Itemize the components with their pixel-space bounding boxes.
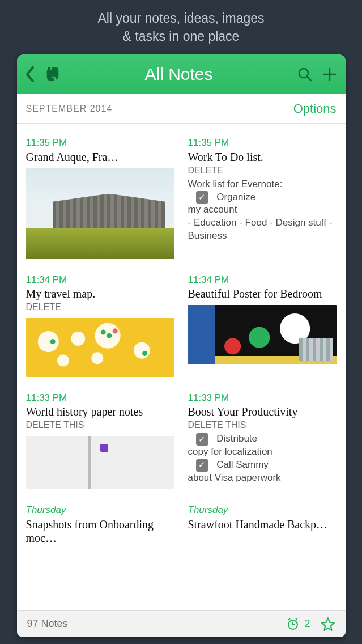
- reminders-button[interactable]: 2: [286, 617, 310, 631]
- note-card[interactable]: 11:34 PM Beautiful Poster for Bedroom: [188, 269, 337, 383]
- note-title: Beautiful Poster for Bedroom: [188, 287, 337, 300]
- note-title: My travel map.: [26, 287, 174, 300]
- note-card[interactable]: Thursday Snapshots from Onboarding moc…: [26, 499, 174, 550]
- note-card[interactable]: 11:33 PM Boost Your Productivity DELETE …: [188, 387, 337, 495]
- note-thumbnail: [26, 318, 174, 377]
- note-body: ✓ Distribute copy for localization ✓ Cal…: [188, 433, 337, 485]
- star-icon[interactable]: [321, 617, 335, 632]
- note-body-text: my account - Education - Food - Design s…: [188, 204, 333, 241]
- note-card[interactable]: 11:34 PM My travel map. DELETE: [26, 269, 174, 383]
- note-time: 11:34 PM: [26, 274, 174, 286]
- note-title: Boost Your Productivity: [188, 405, 337, 418]
- note-check-text: Distribute: [216, 433, 257, 444]
- note-card[interactable]: Thursday Strawfoot Handmade Backp…: [188, 499, 337, 550]
- note-thumbnail: [26, 168, 174, 259]
- bottom-bar: 97 Notes 2: [17, 610, 346, 637]
- note-title: Strawfoot Handmade Backp…: [188, 518, 337, 531]
- note-body-text: copy for localization: [188, 446, 272, 457]
- evernote-logo-icon[interactable]: [44, 66, 61, 83]
- note-body-text: about Visa paperwork: [188, 472, 281, 483]
- back-icon[interactable]: [25, 66, 35, 82]
- svg-line-1: [307, 77, 311, 80]
- note-time: 11:35 PM: [26, 137, 174, 149]
- note-time: Thursday: [188, 505, 337, 516]
- note-subtitle: DELETE THIS: [188, 420, 337, 431]
- top-bar: All Notes: [17, 54, 346, 94]
- checkbox-icon: ✓: [196, 191, 208, 204]
- note-card[interactable]: 11:35 PM Work To Do list. DELETE Work li…: [188, 132, 337, 265]
- note-check-text: Organize: [216, 192, 255, 202]
- note-body: Work list for Evernote: ✓ Organize my ac…: [188, 178, 337, 243]
- note-title: Snapshots from Onboarding moc…: [26, 518, 174, 545]
- reminders-count: 2: [304, 618, 310, 630]
- add-icon[interactable]: [322, 66, 338, 82]
- note-subtitle: DELETE THIS: [26, 420, 174, 431]
- note-time: 11:33 PM: [26, 392, 174, 404]
- tagline-line1: All your notes, ideas, images: [97, 9, 264, 27]
- note-title: Work To Do list.: [188, 150, 337, 164]
- note-count: 97 Notes: [27, 618, 68, 630]
- note-time: 11:35 PM: [188, 137, 337, 149]
- note-card[interactable]: 11:33 PM World history paper notes DELET…: [26, 387, 174, 495]
- note-subtitle: DELETE: [188, 165, 337, 177]
- note-title: World history paper notes: [26, 405, 174, 418]
- sub-header: SEPTEMBER 2014 Options: [17, 94, 346, 124]
- checkbox-icon: ✓: [196, 433, 208, 446]
- month-label: SEPTEMBER 2014: [26, 104, 113, 114]
- svg-line-7: [288, 618, 290, 620]
- page-title: All Notes: [61, 65, 297, 84]
- alarm-icon: [286, 617, 300, 631]
- promo-tagline: All your notes, ideas, images & tasks in…: [97, 0, 264, 54]
- note-body-text: Work list for Evernote:: [188, 179, 283, 189]
- checkbox-icon: ✓: [196, 459, 208, 472]
- svg-line-8: [296, 618, 297, 620]
- note-card[interactable]: 11:35 PM Grand Auque, Fra…: [26, 132, 174, 265]
- note-subtitle: DELETE: [26, 302, 174, 313]
- note-check-text: Call Sammy: [216, 459, 269, 470]
- note-thumbnail: [188, 305, 337, 364]
- note-time: 11:33 PM: [188, 392, 337, 404]
- tagline-line2: & tasks in one place: [97, 27, 264, 45]
- note-thumbnail: [26, 436, 174, 489]
- options-button[interactable]: Options: [293, 101, 337, 116]
- note-time: 11:34 PM: [188, 274, 337, 286]
- notes-grid: 11:35 PM Grand Auque, Fra… 11:35 PM Work…: [17, 124, 346, 610]
- note-time: Thursday: [26, 505, 174, 516]
- app-window: All Notes SEPTEMBER 2014 Options 11:35 P…: [17, 54, 346, 637]
- search-icon[interactable]: [297, 66, 313, 82]
- note-title: Grand Auque, Fra…: [26, 150, 174, 164]
